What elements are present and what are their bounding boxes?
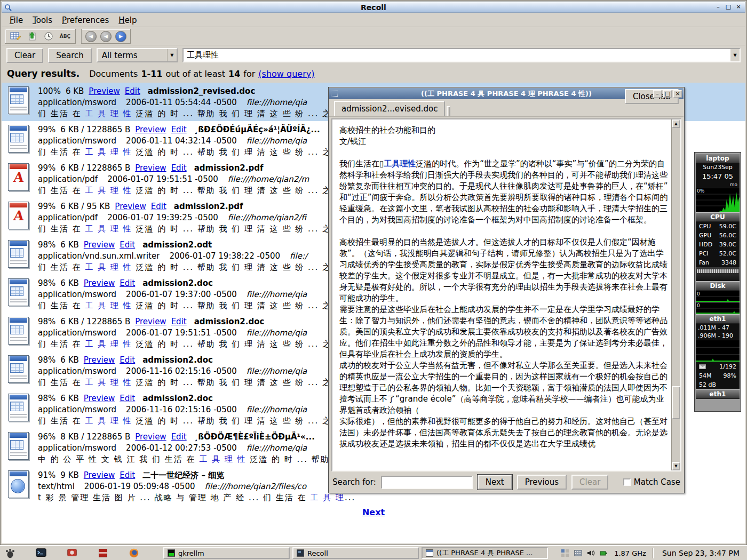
preview-paragraph: 需要注意的是这些毕业后在社会上能成功发展的学生并不一定是在大学里学习成绩最好的学… (339, 304, 668, 360)
previous-page-button[interactable] (100, 31, 112, 42)
snippet-run: 工 具 理 性 (85, 339, 132, 349)
gkrellm-monitor[interactable]: laptop Sun23Sep 15:47 05 mo 0% CPU CPU59… (694, 152, 741, 412)
icon-decoration (10, 87, 27, 92)
result-body: 98%6 KB / 1228865 BPreviewEditadmission2… (38, 316, 357, 351)
term-explorer-button[interactable]: ÂBÇ (59, 30, 71, 43)
result-url: file:///home/qian2/m (228, 174, 309, 184)
result-preview-link[interactable]: Preview (84, 394, 115, 403)
doc-file-icon (7, 393, 30, 424)
result-url: file:///home/qian2/fi (228, 213, 306, 222)
close-icon[interactable]: × (734, 3, 743, 11)
show-query-link[interactable]: (show query) (258, 69, 314, 79)
firefox-icon (128, 547, 140, 559)
media-player-launcher[interactable] (65, 547, 79, 559)
find-input[interactable] (381, 476, 473, 489)
result-edit-link[interactable]: Edit (171, 317, 187, 326)
advanced-search-icon (10, 31, 21, 41)
pager-applet[interactable] (561, 549, 569, 557)
match-case-control[interactable]: Match Case (623, 477, 680, 487)
icon-decoration (10, 126, 27, 131)
result-preview-link[interactable]: Preview (135, 317, 166, 326)
footprint-launcher[interactable] (3, 547, 17, 559)
scroll-down-icon[interactable] (672, 462, 680, 470)
first-page-button[interactable] (85, 31, 97, 42)
preview-maximize-icon[interactable]: □ (663, 90, 672, 98)
preview-close-icon[interactable]: × (673, 90, 682, 98)
menu-item-file[interactable]: File (5, 14, 28, 26)
result-edit-link[interactable]: Edit (120, 278, 135, 288)
find-clear-button[interactable]: Clear (571, 475, 608, 490)
search-button[interactable]: Search (48, 48, 92, 63)
taskbar-button[interactable]: gkrellm (163, 547, 290, 559)
volume-applet[interactable] (586, 549, 595, 557)
result-preview-link[interactable]: Preview (135, 163, 166, 173)
result-edit-link[interactable]: Edit (125, 86, 140, 96)
package-launcher[interactable] (96, 547, 110, 559)
result-edit-link[interactable]: Edit (171, 125, 187, 134)
menu-item-help[interactable]: Help (114, 14, 141, 26)
result-line1: 99%6 KB / 1228865 BPreviewEditadmission2… (38, 163, 357, 174)
search-input[interactable] (184, 51, 730, 60)
sort-parameters-button[interactable] (26, 30, 38, 43)
result-edit-link[interactable]: Edit (151, 202, 166, 211)
menu-item-preferences[interactable]: Preferences (57, 14, 114, 26)
result-preview-link[interactable]: Preview (84, 240, 115, 250)
preview-scrollbar[interactable] (671, 119, 680, 470)
snippet-run: 们 生活 在 (38, 301, 85, 310)
scrollbar-thumb[interactable] (672, 386, 680, 419)
taskbar-button[interactable]: ((工 PHRASE 4 具 PHRASE ... (422, 547, 548, 559)
taskbar-button[interactable]: Recoll (292, 547, 419, 559)
search-mode-select[interactable]: All terms (97, 48, 178, 62)
maximize-icon[interactable]: □ (724, 3, 733, 11)
result-filename: admission2_revised.doc (148, 86, 256, 96)
result-preview-link[interactable]: Preview (135, 432, 166, 442)
clear-button[interactable]: Clear (6, 48, 43, 63)
battery-applet[interactable] (599, 549, 608, 557)
query-history-chevron-icon[interactable] (730, 49, 740, 61)
result-line1: 98%6 KBPreviewEditadmission2.odt (38, 239, 357, 251)
terminal-launcher[interactable] (34, 547, 48, 559)
result-edit-link[interactable]: Edit (171, 163, 187, 173)
result-edit-link[interactable]: Edit (120, 240, 135, 250)
result-edit-link[interactable]: Edit (120, 470, 135, 480)
advanced-search-button[interactable] (9, 30, 22, 43)
snippet-run: 们 生活 在 (38, 378, 85, 387)
result-preview-link[interactable]: Preview (89, 86, 120, 96)
icon-decoration (10, 133, 23, 142)
chevron-down-icon[interactable] (167, 49, 177, 61)
result-edit-link[interactable]: Edit (171, 432, 187, 442)
snippet-run: 们 生活 在 (38, 224, 85, 234)
document-history-button[interactable] (42, 30, 55, 43)
result-preview-link[interactable]: Preview (84, 470, 115, 480)
preview-tab[interactable]: admission2...evised.doc (334, 101, 445, 116)
result-preview-link[interactable]: Preview (84, 278, 115, 288)
preview-minimize-icon[interactable]: – (653, 90, 662, 98)
next-page-button[interactable] (115, 31, 126, 42)
firefox-launcher[interactable] (127, 547, 141, 559)
icon-decoration (10, 260, 27, 261)
snippet-run: 工 具 理 性 (85, 378, 132, 387)
launchers (3, 547, 141, 559)
icon-decoration (10, 433, 27, 438)
next-page-link[interactable]: Next (362, 507, 385, 517)
find-next-button[interactable]: Next (478, 475, 512, 490)
keyboard-applet[interactable] (574, 549, 582, 557)
scroll-up-icon[interactable] (672, 119, 680, 128)
result-preview-link[interactable]: Preview (84, 355, 115, 365)
find-previous-button[interactable]: Previous (517, 475, 567, 490)
preview-paragraph: 我们生活在▯工具理性泛滥的时代。作为“世之显学”的诸种以“事实”与“价值”的二分… (339, 158, 668, 226)
result-filename: ¸ßÖÐÖÆ¶È£ºÏiÈ±ÖÐµÄ¹«... (194, 432, 315, 442)
result-line2: application/msword2006-11-16 02:15:16 -0… (38, 366, 357, 377)
minimize-icon[interactable]: – (714, 3, 722, 11)
doc-file-icon (7, 355, 30, 386)
recoll-titlebar[interactable]: Recoll – □ × (2, 2, 745, 13)
match-case-checkbox[interactable] (623, 478, 631, 486)
result-line2: application/pdf2006-01-07 19:39:25 -0500… (38, 212, 357, 223)
result-date: 2006-01-07 19:51:51 -0500 (107, 174, 218, 184)
menu-item-tools[interactable]: Tools (28, 14, 57, 26)
result-edit-link[interactable]: Edit (120, 355, 135, 365)
result-preview-link[interactable]: Preview (135, 125, 166, 134)
result-preview-link[interactable]: Preview (115, 202, 146, 211)
result-edit-link[interactable]: Edit (120, 394, 135, 403)
snippet-run: 工 具 理 性 (199, 454, 246, 464)
